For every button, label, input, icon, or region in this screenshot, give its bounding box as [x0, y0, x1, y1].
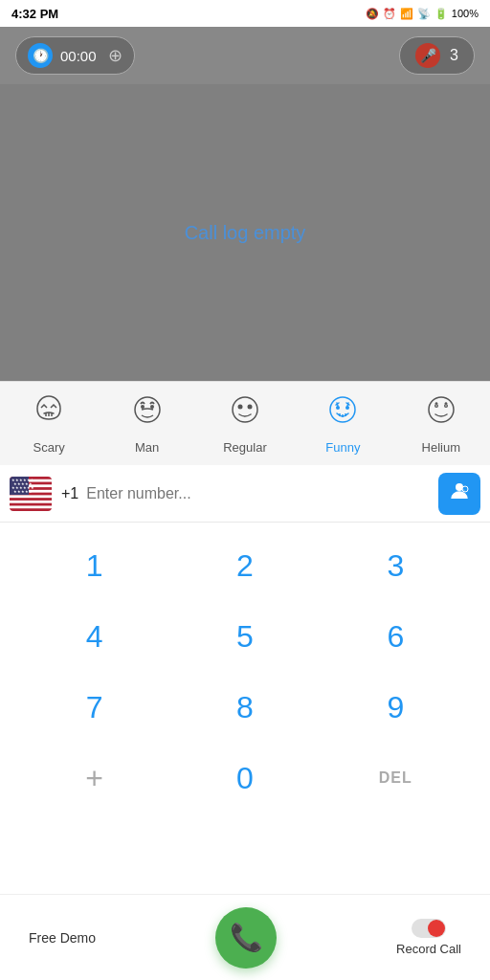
record-call-container[interactable]: Record Call — [396, 919, 461, 956]
svg-point-4 — [141, 405, 145, 409]
dialpad-row-2: 4 5 6 — [19, 603, 471, 670]
battery-icon: 🔋 — [434, 8, 448, 20]
call-button[interactable]: 📞 — [215, 907, 277, 969]
dial-key-1[interactable]: 1 — [47, 532, 143, 599]
svg-point-19 — [445, 405, 446, 406]
dial-key-7[interactable]: 7 — [47, 674, 143, 741]
timer-pill[interactable]: 🕐 00:00 ⊕ — [15, 36, 135, 75]
record-call-label: Record Call — [396, 942, 461, 956]
notification-icon: 🔕 — [366, 8, 379, 20]
bottom-bar: Free Demo 📞 Record Call — [0, 894, 490, 980]
svg-rect-24 — [10, 495, 52, 498]
dial-key-6[interactable]: 6 — [347, 603, 443, 670]
svg-point-6 — [233, 397, 257, 422]
contacts-icon: ♪ — [448, 479, 471, 507]
helium-label: Helium — [422, 440, 460, 455]
battery-percent: 100% — [452, 8, 479, 19]
scary-label: Scary — [33, 440, 65, 455]
svg-point-10 — [336, 406, 340, 410]
dial-key-3[interactable]: 3 — [347, 532, 443, 599]
svg-rect-25 — [10, 500, 52, 502]
man-label: Man — [135, 440, 159, 455]
dial-key-9[interactable]: 9 — [347, 674, 443, 741]
toggle-thumb — [428, 920, 445, 937]
timer-plus-icon[interactable]: ⊕ — [108, 45, 122, 66]
call-log-empty-message: Call log empty — [185, 222, 306, 244]
dialpad-row-4: + 0 DEL — [19, 745, 471, 812]
call-log-area: Call log empty — [0, 84, 490, 381]
status-icons: 🔕 ⏰ 📶 📡 🔋 100% — [366, 8, 479, 20]
voice-effect-man[interactable]: Man — [104, 392, 190, 455]
mic-icon: 🎤 — [415, 43, 440, 68]
voice-effect-funny[interactable]: Funny — [300, 392, 386, 455]
timer-icon: 🕐 — [28, 43, 53, 68]
svg-point-9 — [330, 397, 355, 422]
dial-key-8[interactable]: 8 — [197, 674, 293, 741]
free-demo-button[interactable]: Free Demo — [29, 930, 96, 946]
voice-effect-helium[interactable]: Helium — [398, 392, 484, 455]
signal-icon: 📶 — [400, 8, 413, 20]
number-input-row: ★★★★★★ ★★★★★ ★★★★★★ ★★★★★ +1 ♪ — [0, 465, 490, 523]
helium-icon — [424, 392, 458, 434]
svg-point-7 — [237, 405, 242, 410]
country-code: +1 — [61, 485, 78, 502]
toggle-track — [412, 919, 446, 938]
mic-count: 3 — [450, 47, 458, 64]
svg-text:★★★★★: ★★★★★ — [13, 489, 33, 494]
dial-key-plus[interactable]: + — [47, 745, 143, 812]
alarm-icon: ⏰ — [383, 8, 396, 20]
funny-label: Funny — [325, 440, 360, 455]
dial-key-del[interactable]: DEL — [347, 745, 443, 812]
svg-point-15 — [429, 397, 454, 422]
call-icon: 📞 — [230, 922, 263, 953]
funny-icon — [325, 392, 360, 434]
dial-key-5[interactable]: 5 — [197, 603, 293, 670]
contacts-button[interactable]: ♪ — [438, 473, 480, 515]
svg-point-3 — [135, 397, 160, 422]
dial-key-2[interactable]: 2 — [197, 532, 293, 599]
dialpad-row-3: 7 8 9 — [19, 674, 471, 741]
man-icon — [130, 392, 165, 434]
voice-effect-scary[interactable]: Scary — [6, 392, 92, 455]
country-flag[interactable]: ★★★★★★ ★★★★★ ★★★★★★ ★★★★★ — [10, 477, 52, 511]
status-bar: 4:32 PM 🔕 ⏰ 📶 📡 🔋 100% — [0, 0, 490, 27]
svg-point-5 — [150, 405, 154, 409]
svg-point-8 — [247, 405, 252, 410]
dialpad-row-1: 1 2 3 — [19, 532, 471, 599]
status-time: 4:32 PM — [11, 7, 58, 21]
dialpad: 1 2 3 4 5 6 7 8 9 + 0 DEL — [0, 523, 490, 812]
voice-effect-bar: Scary Man Regular — [0, 381, 490, 465]
phone-number-input[interactable] — [86, 485, 431, 502]
svg-point-18 — [435, 405, 436, 406]
dial-key-4[interactable]: 4 — [47, 603, 143, 670]
regular-label: Regular — [223, 440, 267, 455]
record-toggle[interactable] — [412, 919, 446, 938]
scary-icon — [32, 392, 66, 434]
top-bar: 🕐 00:00 ⊕ 🎤 3 — [0, 27, 490, 84]
wifi-icon: 📡 — [417, 8, 431, 20]
mic-pill[interactable]: 🎤 3 — [399, 36, 475, 75]
regular-icon — [228, 392, 262, 434]
svg-rect-26 — [10, 505, 52, 508]
timer-value: 00:00 — [60, 48, 97, 64]
voice-effect-regular[interactable]: Regular — [202, 392, 288, 455]
dial-key-0[interactable]: 0 — [197, 745, 293, 812]
svg-point-11 — [345, 406, 349, 410]
